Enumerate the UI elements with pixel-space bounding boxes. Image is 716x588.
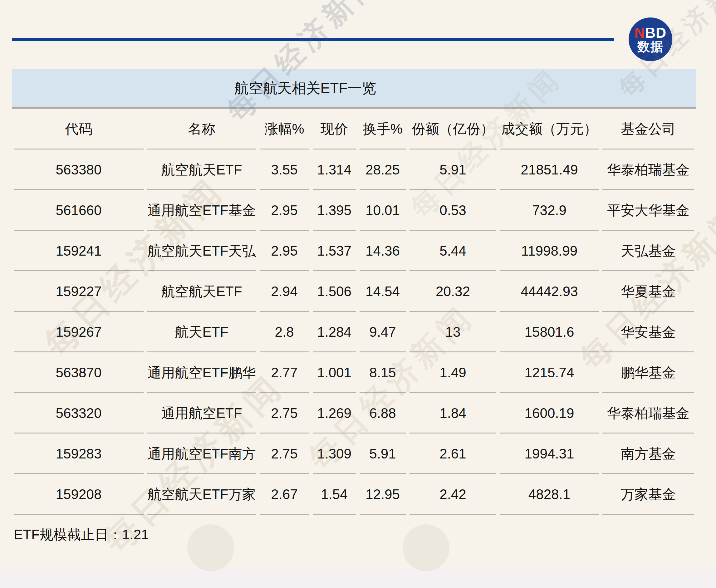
- table-cell: 1.314: [311, 149, 358, 190]
- table-cell: 0.53: [408, 190, 498, 231]
- table-cell: 14.54: [358, 271, 408, 312]
- column-header: 名称: [145, 109, 258, 149]
- table-cell: 9.47: [358, 312, 408, 352]
- etf-infographic-root: NBD 数据 航空航天相关ETF一览 代码名称涨幅%现价换手%份额（亿份）成交额…: [0, 0, 716, 588]
- table-cell: 航空航天ETF天弘: [145, 231, 258, 271]
- table-row: 159283通用航空ETF南方2.751.3095.912.611994.31南…: [12, 434, 696, 474]
- table-cell: 563380: [12, 149, 145, 190]
- table-cell: 航天ETF: [145, 312, 258, 352]
- nbd-logo-letters-bd: BD: [645, 25, 666, 41]
- nbd-logo-cn-text: 数据: [637, 40, 664, 53]
- table-title: 航空航天相关ETF一览: [234, 79, 376, 98]
- table-header-row: 代码名称涨幅%现价换手%份额（亿份）成交额（万元）基金公司: [12, 109, 696, 149]
- table-cell: 4828.1: [498, 474, 601, 514]
- table-cell: 2.8: [258, 312, 311, 352]
- table-cell: 1215.74: [498, 352, 601, 393]
- table-cell: 1.001: [311, 352, 358, 393]
- table-cell: 11998.99: [498, 231, 601, 271]
- table-cell: 通用航空ETF鹏华: [145, 352, 258, 393]
- table-cell: 平安大华基金: [601, 190, 696, 231]
- table-cell: 561660: [12, 190, 145, 231]
- table-cell: 2.61: [408, 434, 498, 474]
- table-cell: 2.75: [258, 393, 311, 434]
- table-cell: 1.54: [311, 474, 358, 514]
- table-cell: 3.55: [258, 149, 311, 190]
- table-row: 563380航空航天ETF3.551.31428.255.9121851.49华…: [12, 149, 696, 190]
- nbd-data-logo: NBD 数据: [629, 18, 672, 61]
- table-cell: 5.91: [408, 149, 498, 190]
- table-cell: 航空航天ETF: [145, 149, 258, 190]
- table-cell: 2.67: [258, 474, 311, 514]
- table-cell: 732.9: [498, 190, 601, 231]
- table-cell: 1.395: [311, 190, 358, 231]
- table-title-banner: 航空航天相关ETF一览: [12, 69, 696, 109]
- table-row: 563870通用航空ETF鹏华2.771.0018.151.491215.74鹏…: [12, 352, 696, 393]
- etf-table: 代码名称涨幅%现价换手%份额（亿份）成交额（万元）基金公司 563380航空航天…: [12, 109, 696, 514]
- table-row: 159241航空航天ETF天弘2.951.53714.365.4411998.9…: [12, 231, 696, 271]
- table-cell: 21851.49: [498, 149, 601, 190]
- table-cell: 8.15: [358, 352, 408, 393]
- column-header: 份额（亿份）: [408, 109, 498, 149]
- column-header: 换手%: [358, 109, 408, 149]
- table-cell: 2.95: [258, 231, 311, 271]
- table-cell: 2.94: [258, 271, 311, 312]
- table-cell: 通用航空ETF南方: [145, 434, 258, 474]
- table-cell: 159283: [12, 434, 145, 474]
- table-cell: 1994.31: [498, 434, 601, 474]
- table-cell: 44442.93: [498, 271, 601, 312]
- table-cell: 1.537: [311, 231, 358, 271]
- table-cell: 鹏华基金: [601, 352, 696, 393]
- table-cell: 10.01: [358, 190, 408, 231]
- table-cell: 159208: [12, 474, 145, 514]
- table-cell: 14.36: [358, 231, 408, 271]
- table-cell: 华泰柏瑞基金: [601, 393, 696, 434]
- table-cell: 1.84: [408, 393, 498, 434]
- table-cell: 5.91: [358, 434, 408, 474]
- table-cell: 2.75: [258, 434, 311, 474]
- table-cell: 华夏基金: [601, 271, 696, 312]
- table-cell: 华安基金: [601, 312, 696, 352]
- table-row: 159227航空航天ETF2.941.50614.5420.3244442.93…: [12, 271, 696, 312]
- table-cell: 159267: [12, 312, 145, 352]
- table-cell: 1.284: [311, 312, 358, 352]
- table-cell: 13: [408, 312, 498, 352]
- table-row: 159208航空航天ETF万家2.671.5412.952.424828.1万家…: [12, 474, 696, 514]
- table-cell: 159227: [12, 271, 145, 312]
- table-cell: 万家基金: [601, 474, 696, 514]
- watermark-logo-blob: [187, 524, 234, 571]
- table-cell: 5.44: [408, 231, 498, 271]
- table-cell: 天弘基金: [601, 231, 696, 271]
- table-cell: 1.506: [311, 271, 358, 312]
- column-header: 成交额（万元）: [498, 109, 601, 149]
- table-cell: 6.88: [358, 393, 408, 434]
- table-cell: 159241: [12, 231, 145, 271]
- column-header: 现价: [311, 109, 358, 149]
- table-cell: 1600.19: [498, 393, 601, 434]
- watermark-logo-blob: [403, 524, 449, 571]
- column-header: 涨幅%: [258, 109, 311, 149]
- table-cell: 通用航空ETF: [145, 393, 258, 434]
- table-cell: 2.77: [258, 352, 311, 393]
- table-cell: 1.269: [311, 393, 358, 434]
- top-divider-line: [12, 38, 614, 41]
- table-cell: 1.49: [408, 352, 498, 393]
- table-cell: 563870: [12, 352, 145, 393]
- table-cell: 12.95: [358, 474, 408, 514]
- table-cell: 2.42: [408, 474, 498, 514]
- nbd-logo-text: NBD: [634, 26, 667, 40]
- table-row: 159267航天ETF2.81.2849.471315801.6华安基金: [12, 312, 696, 352]
- table-body: 563380航空航天ETF3.551.31428.255.9121851.49华…: [12, 149, 696, 514]
- table-cell: 华泰柏瑞基金: [601, 149, 696, 190]
- table-cell: 20.32: [408, 271, 498, 312]
- table-cell: 15801.6: [498, 312, 601, 352]
- table-cell: 2.95: [258, 190, 311, 231]
- column-header: 基金公司: [601, 109, 696, 149]
- table-cell: 1.309: [311, 434, 358, 474]
- nbd-logo-letter-n: N: [634, 25, 645, 41]
- table-cell: 航空航天ETF: [145, 271, 258, 312]
- table-row: 563320通用航空ETF2.751.2696.881.841600.19华泰柏…: [12, 393, 696, 434]
- table-cell: 航空航天ETF万家: [145, 474, 258, 514]
- table-cell: 通用航空ETF基金: [145, 190, 258, 231]
- footnote-etf-cutoff-date: ETF规模截止日：1.21: [14, 526, 149, 544]
- table-cell: 南方基金: [601, 434, 696, 474]
